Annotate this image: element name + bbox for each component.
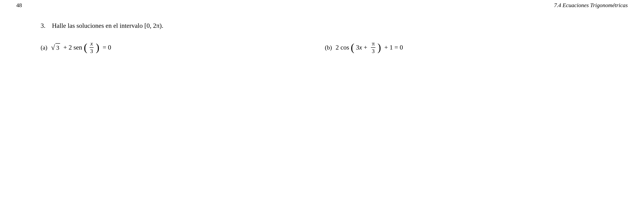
2-cos: 2 cos — [336, 44, 349, 51]
parts-row: (a) √3 + 2 sen ( x 3 ) — [40, 40, 604, 54]
header: 48 7.4 Ecuaciones Trigonométricas — [0, 0, 644, 8]
part-a-label: (a) — [40, 44, 47, 51]
part-a: (a) √3 + 2 sen ( x 3 ) — [40, 40, 325, 54]
content-area: 3. Halle las soluciones en el intervalo … — [0, 8, 644, 54]
part-b: (b) 2 cos ( 3x + π 3 ) + 1 = 0 — [325, 40, 604, 54]
part-b-label: (b) — [325, 44, 332, 51]
frac-x-3: x 3 — [89, 40, 94, 54]
problem-instruction: Halle las soluciones en el intervalo [0,… — [52, 22, 163, 29]
part-b-math: 2 cos ( 3x + π 3 ) + 1 = 0 — [336, 40, 403, 54]
3x: 3x + — [356, 44, 369, 51]
problem-title: 3. Halle las soluciones en el intervalo … — [40, 21, 604, 30]
right-paren-a: ) — [96, 42, 99, 53]
right-paren-b: ) — [378, 42, 381, 53]
sqrt-3: √3 — [51, 43, 60, 52]
equals-0-a: = 0 — [101, 44, 111, 51]
page-number: 48 — [16, 2, 22, 8]
part-a-math: √3 + 2 sen ( x 3 ) = 0 — [51, 40, 111, 54]
frac-pi-3: π 3 — [371, 40, 376, 54]
page: 48 7.4 Ecuaciones Trigonométricas 3. Hal… — [0, 0, 644, 203]
plus-2-sen: + 2 sen — [62, 44, 82, 51]
problem-number: 3. — [40, 22, 46, 29]
left-paren-b: ( — [351, 42, 354, 53]
chapter-title: 7.4 Ecuaciones Trigonométricas — [554, 2, 628, 8]
plus-1-equals-0: + 1 = 0 — [383, 44, 403, 51]
left-paren-a: ( — [84, 42, 87, 53]
